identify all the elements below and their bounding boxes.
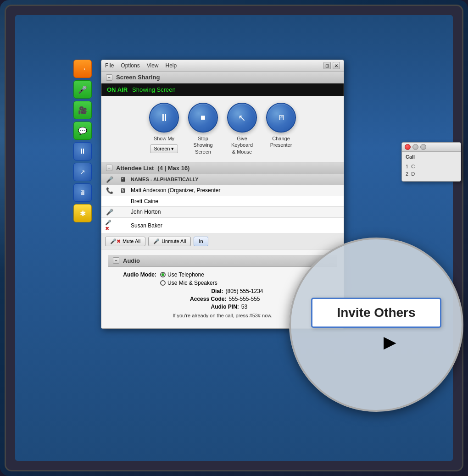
- pause-button[interactable]: ⏸: [149, 103, 179, 133]
- menu-bar: File Options View Help: [105, 62, 323, 69]
- menu-options[interactable]: Options: [121, 62, 139, 69]
- attendee3-name: John Horton: [131, 209, 340, 215]
- collapse-audio[interactable]: −: [113, 257, 119, 264]
- telephone-radio[interactable]: [160, 272, 166, 277]
- access-code-value: 555-555-555: [228, 296, 260, 302]
- small-window-title: Call: [402, 152, 461, 161]
- unmute-all-label: Unmute All: [162, 238, 186, 244]
- menu-view[interactable]: View: [147, 62, 159, 69]
- collapse-attendees[interactable]: −: [106, 165, 112, 171]
- mute-all-button[interactable]: 🎤✖ Mute All: [105, 237, 145, 246]
- pause-control: ⏸ Show My Screen ▾: [149, 103, 179, 153]
- title-bar-controls: ⊡ ✕: [323, 62, 340, 69]
- mic-header-icon: 🎤: [105, 176, 114, 183]
- attendee4-mic-icon: 🎤✖: [105, 220, 114, 232]
- audio-title: Audio: [123, 257, 140, 264]
- small-close-btn[interactable]: [405, 144, 411, 150]
- mic-speakers-radio[interactable]: [160, 280, 166, 286]
- attendee-section: − Attendee List (4 | Max 16) 🎤 🖥 NAMES -…: [101, 162, 344, 249]
- sidebar-btn-screen[interactable]: 🖥: [73, 183, 92, 202]
- telephone-option[interactable]: Use Telephone: [160, 271, 204, 278]
- keyboard-control: ↖ GiveKeyboard& Mouse: [227, 103, 257, 155]
- small-maximize-btn[interactable]: [420, 144, 426, 150]
- attendee-table: 🎤 🖥 NAMES - ALPHABETICALLY 📞 🖥 Matt Ande…: [101, 174, 344, 234]
- stop-btn-icon: ■: [201, 113, 206, 122]
- dial-label: Dial:: [182, 288, 223, 294]
- camera-icon: 🎥: [78, 106, 87, 115]
- magnify-overlay: Invite Others ▶: [289, 238, 463, 412]
- unmute-icon: 🎤: [153, 238, 160, 244]
- close-button[interactable]: ✕: [333, 62, 340, 69]
- menu-file[interactable]: File: [105, 62, 114, 69]
- access-code-label: Access Code:: [185, 296, 226, 302]
- invite-partial-button[interactable]: In: [194, 237, 208, 246]
- keyboard-button[interactable]: ↖: [227, 103, 257, 133]
- small-title-bar: [402, 143, 461, 152]
- invite-others-button[interactable]: Invite Others: [311, 298, 442, 328]
- attendee1-phone-icon: 📞: [105, 187, 114, 194]
- screen-share-icon: 🖥: [79, 189, 86, 196]
- telephone-label: Use Telephone: [167, 271, 204, 278]
- restore-button[interactable]: ⊡: [323, 62, 331, 69]
- presenter-control: 🖥 ChangePresenter: [266, 103, 296, 149]
- menu-help[interactable]: Help: [166, 62, 177, 69]
- attendee-header: − Attendee List (4 | Max 16): [101, 162, 344, 174]
- sidebar-btn-mic[interactable]: 🎤: [73, 80, 92, 99]
- chat-icon: 💬: [78, 127, 87, 135]
- sidebar-btn-pointer[interactable]: ↗: [73, 163, 92, 181]
- title-bar: File Options View Help ⊡ ✕: [101, 60, 344, 72]
- presenter-button[interactable]: 🖥: [266, 103, 296, 133]
- sidebar-btn-camera[interactable]: 🎥: [73, 101, 92, 119]
- on-air-bar: ON AIR Showing Screen: [101, 83, 344, 96]
- stop-label: StopShowingScreen: [193, 135, 212, 155]
- showing-screen-label: Showing Screen: [132, 86, 176, 93]
- dial-value: (805) 555-1234: [225, 288, 263, 294]
- screen-header-icon: 🖥: [118, 176, 127, 183]
- attendee4-name: Susan Baker: [131, 222, 340, 229]
- sidebar-btn-pause[interactable]: ⏸: [73, 142, 92, 161]
- attendee-actions: 🎤✖ Mute All 🎤 Unmute All In: [101, 234, 344, 249]
- sidebar-btn-tools[interactable]: ✱: [73, 204, 92, 222]
- mic-speakers-label: Use Mic & Speakers: [167, 280, 217, 286]
- attendee3-mic-icon: 🎤: [105, 209, 114, 216]
- invite-partial-label: In: [199, 238, 203, 244]
- small-minimize-btn[interactable]: [412, 144, 418, 150]
- sidebar: → 🎤 🎥 💬 ⏸ ↗ 🖥 ✱: [73, 60, 92, 222]
- pause-label: Show My: [154, 135, 174, 142]
- pin-label: Audio PIN:: [198, 304, 239, 310]
- presenter-label: ChangePresenter: [270, 135, 292, 149]
- pause-btn-icon: ⏸: [159, 112, 169, 124]
- screen-sharing-header: − Screen Sharing: [101, 72, 344, 83]
- names-header: NAMES - ALPHABETICALLY: [131, 177, 340, 182]
- pointer-icon: ↗: [80, 168, 85, 176]
- stop-control: ■ StopShowingScreen: [188, 103, 218, 155]
- mic-icon: 🎤: [78, 85, 87, 94]
- mute-icon: 🎤✖: [110, 238, 121, 244]
- keyboard-label: GiveKeyboard& Mouse: [231, 135, 253, 155]
- stop-button[interactable]: ■: [188, 103, 218, 133]
- unmute-all-button[interactable]: 🎤 Unmute All: [148, 237, 191, 246]
- presenter-btn-icon: 🖥: [278, 114, 285, 122]
- on-air-label: ON AIR: [107, 86, 128, 93]
- list-item: 1. C: [406, 163, 457, 170]
- keyboard-btn-icon: ↖: [238, 112, 246, 123]
- mic-speakers-option[interactable]: Use Mic & Speakers: [160, 280, 217, 286]
- audio-mode-row: Audio Mode: Use Telephone: [115, 271, 330, 278]
- audio-mode-label: Audio Mode:: [115, 271, 156, 278]
- tools-icon: ✱: [80, 209, 86, 218]
- sidebar-btn-chat[interactable]: 💬: [73, 122, 92, 140]
- attendee1-name: Matt Anderson (Organizer, Presenter: [131, 187, 340, 194]
- table-row: 🎤✖ Susan Baker: [101, 218, 344, 234]
- screen-dropdown[interactable]: Screen ▾: [150, 144, 178, 153]
- attendee1-screen-icon: 🖥: [118, 187, 127, 194]
- cursor-icon: ▶: [384, 332, 396, 352]
- arrow-icon: →: [78, 64, 87, 74]
- attendee-count: (4 | Max 16): [157, 165, 189, 172]
- table-row: 🎤 John Horton: [101, 207, 344, 218]
- collapse-screen-sharing[interactable]: −: [106, 74, 112, 81]
- pin-value: 53: [241, 304, 247, 310]
- sidebar-btn-arrow[interactable]: →: [73, 60, 92, 78]
- controls-area: ⏸ Show My Screen ▾ ■ StopShowingScreen ↖…: [101, 96, 344, 162]
- screen-sharing-title: Screen Sharing: [116, 74, 160, 81]
- pause-icon: ⏸: [79, 147, 86, 155]
